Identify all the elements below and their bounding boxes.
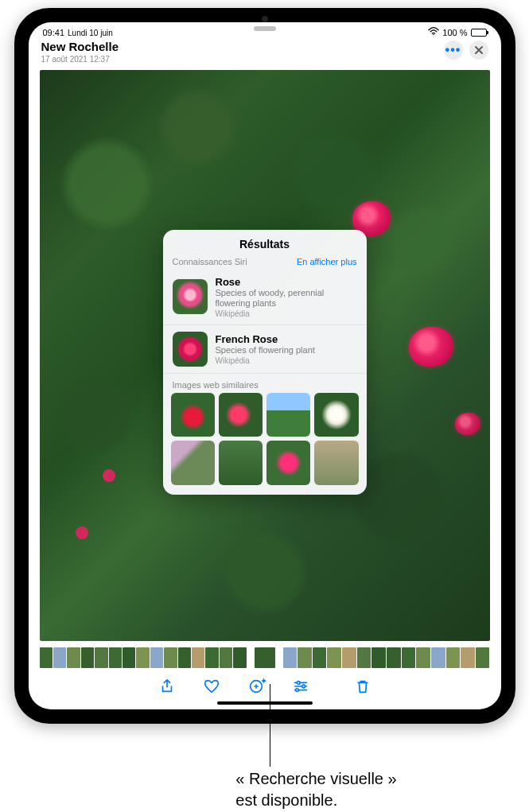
popover-title: Résultats [163, 230, 367, 257]
callout-line [270, 684, 270, 767]
front-camera [262, 16, 268, 22]
thumb[interactable] [150, 647, 163, 668]
thumb[interactable] [67, 647, 80, 668]
status-date: Lundi 10 juin [68, 29, 113, 37]
thumb[interactable] [476, 647, 490, 668]
status-time: 09:41 [43, 28, 65, 37]
siri-knowledge-label: Connaissances Siri [173, 257, 247, 266]
home-indicator[interactable] [217, 701, 313, 705]
thumb[interactable] [342, 647, 356, 668]
result-source: Wikipédia [216, 356, 315, 365]
edit-button[interactable] [292, 678, 309, 695]
thumb[interactable] [357, 647, 371, 668]
thumb[interactable] [123, 647, 135, 668]
thumb[interactable] [164, 647, 177, 668]
thumb[interactable] [416, 647, 430, 668]
similar-images-label: Images web similaires [163, 374, 367, 393]
similar-image[interactable] [219, 393, 263, 437]
delete-button[interactable] [354, 678, 371, 695]
thumb[interactable] [313, 647, 327, 668]
thumb[interactable] [178, 647, 191, 668]
callout-text: « Recherche visuelle » est disponible. [235, 768, 396, 811]
heart-icon [203, 678, 220, 695]
ipad-frame: 09:41 Lundi 10 juin 100 % New Rochelle 1… [14, 8, 515, 724]
svg-point-3 [301, 685, 305, 688]
thumb[interactable] [387, 647, 401, 668]
thumb[interactable] [136, 647, 149, 668]
photo-datetime: 17 août 2021 12:37 [41, 55, 119, 64]
thumb[interactable] [461, 647, 475, 668]
thumb[interactable] [283, 647, 298, 668]
share-icon [158, 678, 176, 695]
battery-icon [471, 29, 487, 37]
thumb[interactable] [298, 647, 312, 668]
more-button[interactable]: ••• [444, 41, 463, 60]
thumb[interactable] [81, 647, 94, 668]
thumb[interactable] [233, 647, 246, 668]
result-source: Wikipédia [216, 309, 357, 318]
thumbnail-scrubber[interactable] [29, 644, 501, 671]
photo-flower [455, 413, 480, 435]
trash-icon [354, 678, 371, 695]
svg-point-2 [297, 682, 300, 685]
visual-lookup-popover: Résultats Connaissances Siri En afficher… [163, 230, 367, 495]
similar-image[interactable] [171, 393, 215, 437]
photo-view[interactable]: Résultats Connaissances Siri En afficher… [40, 70, 490, 642]
thumb[interactable] [371, 647, 386, 668]
thumb[interactable] [431, 647, 445, 668]
ipad-screen: 09:41 Lundi 10 juin 100 % New Rochelle 1… [29, 22, 501, 709]
photo-toolbar: ✦ [29, 671, 501, 700]
thumb[interactable] [446, 647, 461, 668]
battery-pct: 100 % [442, 28, 467, 37]
similar-image[interactable] [266, 441, 310, 484]
wifi-icon [428, 27, 439, 37]
result-row[interactable]: Rose Species of woody, perennial floweri… [163, 270, 367, 325]
thumb[interactable] [109, 647, 122, 668]
xmark-icon [474, 45, 484, 55]
thumb[interactable] [220, 647, 232, 668]
callout-line2: est disponible. [235, 790, 396, 811]
svg-point-0 [434, 34, 435, 36]
ellipsis-icon: ••• [445, 43, 461, 57]
result-thumbnail [173, 279, 208, 314]
thumb[interactable] [402, 647, 416, 668]
photo-header: New Rochelle 17 août 2021 12:37 ••• [29, 39, 501, 68]
result-row[interactable]: French Rose Species of flowering plant W… [163, 325, 367, 374]
thumb-current[interactable] [255, 647, 275, 668]
photo-flower [409, 327, 453, 367]
sliders-icon [292, 678, 309, 695]
thumb[interactable] [192, 647, 204, 668]
similar-image[interactable] [314, 441, 358, 484]
result-desc: Species of woody, perennial flowering pl… [216, 288, 357, 309]
show-more-button[interactable]: En afficher plus [297, 257, 357, 266]
result-name: Rose [216, 276, 357, 288]
result-desc: Species of flowering plant [216, 345, 315, 355]
visual-lookup-button[interactable]: ✦ [247, 678, 265, 695]
thumb[interactable] [40, 647, 53, 668]
thumb[interactable] [327, 647, 341, 668]
sparkle-icon: ✦ [260, 676, 267, 686]
status-bar: 09:41 Lundi 10 juin 100 % [29, 22, 501, 39]
thumb[interactable] [205, 647, 218, 668]
similar-image[interactable] [266, 393, 310, 437]
similar-image[interactable] [219, 441, 263, 484]
photo-bud [76, 526, 88, 539]
similar-image[interactable] [171, 441, 215, 484]
result-name: French Rose [216, 333, 315, 345]
close-button[interactable] [469, 41, 488, 60]
svg-point-4 [295, 689, 298, 692]
favorite-button[interactable] [203, 678, 220, 695]
share-button[interactable] [158, 678, 176, 695]
thumb[interactable] [53, 647, 66, 668]
photo-location-title: New Rochelle [41, 41, 119, 54]
thumb[interactable] [95, 647, 107, 668]
result-thumbnail [173, 332, 208, 367]
similar-images-grid [163, 393, 367, 495]
similar-image[interactable] [314, 393, 358, 437]
callout-line1: « Recherche visuelle » [235, 768, 396, 790]
multitask-pill[interactable] [254, 26, 276, 31]
